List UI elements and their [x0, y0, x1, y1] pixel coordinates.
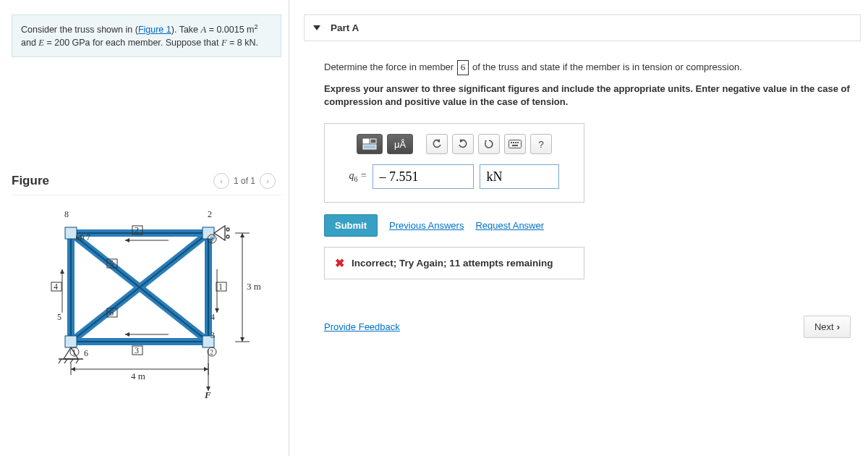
svg-rect-65 [363, 145, 376, 149]
part-header[interactable]: Part A [304, 14, 861, 41]
svg-text:2: 2 [210, 348, 213, 356]
value-input[interactable] [373, 164, 474, 189]
submit-button[interactable]: Submit [324, 214, 378, 237]
answer-box: μÅ ? q6 = [324, 123, 584, 203]
svg-text:8: 8 [64, 209, 69, 219]
svg-text:2: 2 [135, 225, 139, 235]
svg-rect-12 [65, 227, 77, 239]
member-number: 6 [457, 60, 469, 75]
keyboard-button[interactable] [504, 134, 526, 154]
svg-text:3: 3 [210, 235, 213, 243]
provide-feedback-link[interactable]: Provide Feedback [324, 321, 400, 332]
pager-label: 1 of 1 [234, 176, 255, 186]
svg-text:7: 7 [86, 232, 90, 242]
answer-lhs: q6 = [349, 170, 367, 183]
svg-text:4: 4 [210, 312, 215, 322]
help-button[interactable]: ? [530, 134, 552, 154]
var-A: A [201, 25, 207, 35]
instruction-text: Express your answer to three significant… [324, 83, 855, 109]
units-input[interactable] [480, 164, 559, 189]
svg-text:1: 1 [72, 348, 76, 356]
part-label: Part A [331, 22, 359, 33]
svg-rect-14 [65, 336, 77, 347]
svg-line-17 [59, 359, 61, 363]
svg-text:F: F [204, 389, 211, 400]
incorrect-icon: ✖ [335, 256, 344, 270]
figure-pager: ‹ 1 of 1 › [213, 173, 276, 189]
svg-text:1: 1 [218, 282, 223, 292]
svg-point-22 [226, 235, 229, 238]
sup: 2 [255, 23, 258, 30]
feedback-box: ✖ Incorrect; Try Again; 11 attempts rema… [324, 247, 584, 279]
caret-down-icon [313, 25, 320, 30]
request-answer-link[interactable]: Request Answer [475, 220, 544, 231]
svg-rect-66 [509, 140, 522, 148]
text: = 0.0015 m [206, 25, 254, 35]
svg-rect-67 [511, 142, 512, 143]
units-button[interactable]: μÅ [387, 134, 413, 154]
undo-button[interactable] [426, 134, 448, 154]
var-E: E [38, 38, 44, 48]
svg-rect-69 [515, 142, 516, 143]
truss-diagram: 8 2 2 3 4 1 5 6 ⑷7 5 4 3 6 1 2 3 [31, 204, 263, 400]
svg-text:6: 6 [109, 308, 114, 318]
templates-icon [362, 138, 377, 150]
chevron-right-icon: › [266, 177, 269, 185]
svg-text:4: 4 [54, 282, 58, 292]
text: ). Take [171, 25, 201, 35]
figure-link[interactable]: Figure 1 [138, 25, 171, 35]
next-button[interactable]: Next› [804, 316, 851, 338]
var-F: F [221, 38, 227, 48]
chevron-left-icon: ‹ [220, 177, 223, 185]
svg-text:4 m: 4 m [131, 371, 145, 381]
svg-text:5: 5 [57, 312, 61, 322]
text: = 200 GPa for each member. Suppose that [44, 38, 221, 48]
previous-answers-link[interactable]: Previous Answers [389, 220, 464, 231]
svg-text:6: 6 [84, 348, 88, 358]
units-icon: μÅ [394, 139, 406, 150]
svg-text:3 m: 3 m [247, 281, 261, 292]
svg-text:5: 5 [109, 258, 114, 269]
svg-line-20 [76, 359, 79, 363]
redo-button[interactable] [452, 134, 474, 154]
question-text: Determine the force in member 6 of the t… [324, 60, 855, 75]
templates-button[interactable] [357, 134, 383, 154]
reset-button[interactable] [478, 134, 500, 154]
svg-line-18 [64, 359, 67, 363]
svg-rect-70 [517, 142, 519, 143]
pager-prev-button[interactable]: ‹ [213, 173, 229, 189]
chevron-right-icon: › [837, 321, 840, 332]
text: Consider the truss shown in ( [21, 25, 138, 35]
keyboard-icon [509, 140, 522, 148]
svg-text:3: 3 [210, 330, 215, 340]
undo-icon [432, 139, 442, 149]
svg-rect-63 [363, 139, 369, 143]
figure-canvas: 8 2 2 3 4 1 5 6 ⑷7 5 4 3 6 1 2 3 [12, 195, 281, 449]
feedback-text: Incorrect; Try Again; 11 attempts remain… [352, 258, 553, 269]
text: = 8 kN. [227, 38, 258, 48]
svg-rect-68 [513, 142, 514, 143]
figure-title: Figure [12, 174, 49, 188]
svg-text:2: 2 [208, 209, 212, 219]
svg-text:⑷: ⑷ [76, 233, 84, 242]
svg-rect-64 [370, 139, 376, 143]
svg-text:3: 3 [135, 345, 139, 355]
pager-next-button[interactable]: › [260, 173, 276, 189]
text: and [21, 38, 38, 48]
reset-icon [484, 139, 494, 149]
help-icon: ? [538, 139, 543, 150]
problem-statement: Consider the truss shown in (Figure 1). … [12, 14, 281, 57]
svg-point-21 [226, 228, 229, 231]
answer-toolbar: μÅ ? [338, 134, 571, 154]
svg-rect-71 [512, 145, 518, 146]
redo-icon [458, 139, 468, 149]
svg-line-19 [70, 359, 73, 363]
